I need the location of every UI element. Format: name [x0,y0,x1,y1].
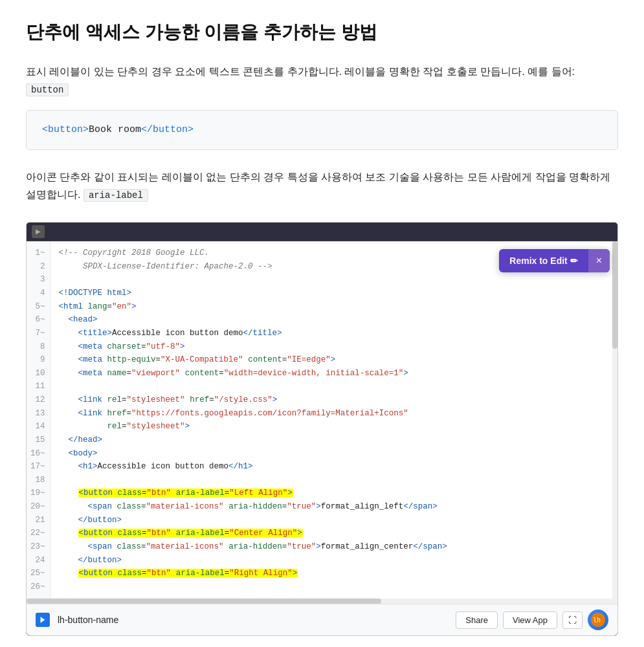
highlight-line-25: <button class="btn" aria-label="Right Al… [78,569,298,578]
code-text: Book room [89,124,141,135]
code-line-7: <title>Accessible icon button demo</titl… [59,327,610,340]
editor-panel: 1~ 2 3 4 5~ 6~ 7~ 8 9 10 11 12 13 14 15 … [26,222,618,636]
project-name: lh-button-name [58,613,448,627]
code-line-10: <meta name="viewport" content="width=dev… [59,367,610,380]
close-icon: × [596,255,602,267]
code-line-4: <!DOCTYPE html> [59,287,610,300]
code-line-22: <button class="btn" aria-label="Center A… [59,527,610,540]
highlight-line-22: <button class="btn" aria-label="Center A… [78,529,303,538]
glitch-logo [36,613,50,627]
line-numbers: 1~ 2 3 4 5~ 6~ 7~ 8 9 10 11 12 13 14 15 … [27,241,51,598]
code-line-5: <html lang="en"> [59,300,610,314]
code-line-26 [59,580,610,594]
code-line-18 [59,474,610,487]
code-line-25: <button class="btn" aria-label="Right Al… [59,567,610,580]
code-line-15: </head> [59,433,610,447]
code-line-17: <h1>Accessible icon button demo</h1> [59,460,610,474]
remix-button-label: Remix to Edit ✏ [509,256,577,266]
user-avatar[interactable]: lh [588,609,608,630]
editor-toolbar [27,223,617,241]
inline-code-button: button [26,83,69,96]
fullscreen-button[interactable]: ⛶ [562,611,583,629]
code-line-21: </button> [59,514,610,527]
play-button[interactable] [32,225,45,238]
editor-scrollbar-bottom[interactable] [27,598,617,604]
remix-to-edit-button[interactable]: Remix to Edit ✏ [499,249,588,272]
view-app-button[interactable]: View App [503,611,557,629]
code-line-23: <span class="material-icons" aria-hidden… [59,540,610,554]
code-line-20: <span class="material-icons" aria-hidden… [59,500,610,514]
scrollbar-thumb-right [612,241,617,349]
paragraph-1: 표시 레이블이 있는 단추의 경우 요소에 텍스트 콘텐츠를 추가합니다. 레이… [26,63,618,98]
editor-bottom-bar: lh-button-name Share View App ⛶ lh [27,604,617,635]
share-button[interactable]: Share [456,611,498,629]
code-line-16: <body> [59,447,610,461]
code-line-11 [59,380,610,393]
code-line-6: <head> [59,313,610,327]
code-block-1: <button>Book room</button> [26,110,618,150]
inline-code-arialabel: aria-label [83,189,148,202]
paragraph-2: 아이콘 단추와 같이 표시되는 레이블이 없는 단추의 경우 특성을 사용하여 … [26,168,618,204]
editor-scrollbar-right[interactable] [612,241,617,598]
highlight-line-19: <button class="btn" aria-label="Left Ali… [78,488,293,498]
scrollbar-thumb-bottom [27,598,381,604]
editor-body: 1~ 2 3 4 5~ 6~ 7~ 8 9 10 11 12 13 14 15 … [27,241,617,598]
code-line-3 [59,273,610,287]
svg-marker-0 [41,617,45,623]
code-line-24: </button> [59,554,610,567]
svg-text:lh: lh [593,617,601,624]
code-line-8: <meta charset="utf-8"> [59,340,610,354]
remix-popup: Remix to Edit ✏ × [499,249,610,272]
remix-close-button[interactable]: × [588,249,610,272]
code-editor-content[interactable]: <!-- Copyright 2018 Google LLC. SPDX-Lic… [51,241,617,598]
bottom-actions: Share View App ⛶ lh [456,609,608,630]
paragraph-1-text: 표시 레이블이 있는 단추의 경우 요소에 텍스트 콘텐츠를 추가합니다. 레이… [26,66,575,77]
page-content: 단추에 액세스 가능한 이름을 추가하는 방법 표시 레이블이 있는 단추의 경… [0,0,644,647]
page-title: 단추에 액세스 가능한 이름을 추가하는 방법 [26,19,618,45]
code-line-14: rel="stylesheet"> [59,420,610,433]
code-line-13: <link href="https://fonts.googleapis.com… [59,407,610,421]
code-line-12: <link rel="stylesheet" href="/style.css"… [59,393,610,407]
code-tag-close: </button> [141,124,194,135]
fullscreen-icon: ⛶ [568,615,577,625]
code-line-19: <button class="btn" aria-label="Left Ali… [59,487,610,500]
code-line-9: <meta http-equiv="X-UA-Compatible" conte… [59,353,610,367]
code-tag-open: <button> [42,124,89,135]
